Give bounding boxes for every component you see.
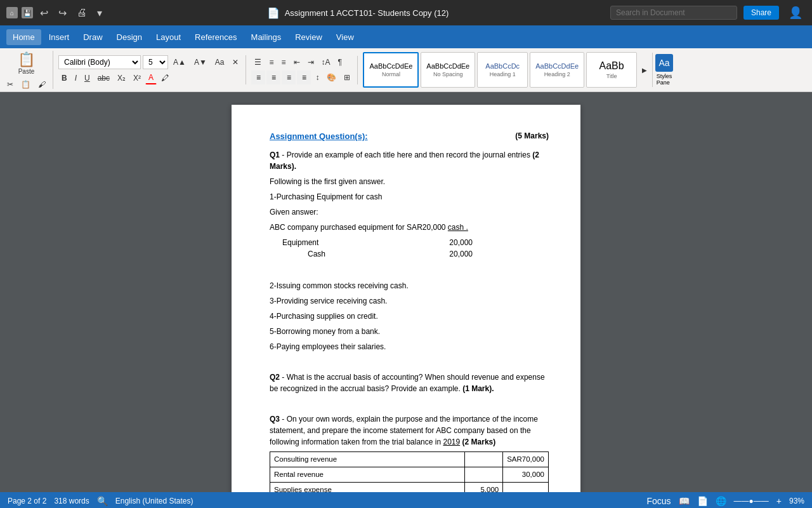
font-family-select[interactable]: Calibri (Body): [58, 55, 141, 69]
search-input[interactable]: [610, 6, 737, 20]
bullets-button[interactable]: ☰: [251, 56, 265, 69]
superscript-button[interactable]: X²: [130, 72, 144, 84]
q3-text: Q3 - On your own words, explain the purp…: [270, 413, 549, 448]
style-title[interactable]: AaBb Title: [586, 52, 637, 88]
style-heading2-label: Heading 2: [544, 71, 570, 77]
menu-design[interactable]: Design: [110, 29, 148, 45]
user-icon[interactable]: 👤: [785, 4, 806, 22]
borders-button[interactable]: ⊞: [341, 71, 353, 84]
numbering-button[interactable]: ≡: [266, 56, 277, 69]
decrease-indent-button[interactable]: ⇤: [291, 56, 303, 69]
italic-button[interactable]: I: [72, 72, 80, 84]
q1-item1: 1-Purchasing Equipment for cash: [270, 191, 549, 203]
share-button[interactable]: Share: [743, 6, 779, 20]
zoom-in-button[interactable]: +: [776, 496, 782, 506]
subscript-button[interactable]: X₂: [114, 72, 129, 84]
q1-text: Q1 - Provide an example of each title he…: [270, 149, 549, 172]
clear-format-button[interactable]: ✕: [229, 56, 242, 69]
dropdown-btn[interactable]: ▾: [94, 5, 105, 21]
line-spacing-button[interactable]: ↕: [312, 71, 322, 84]
page-indicator: Page 2 of 2: [8, 497, 46, 505]
track-changes-button[interactable]: 🔍: [97, 496, 108, 506]
cash-amount: 20,000: [449, 248, 473, 260]
cut-button[interactable]: ✂: [4, 78, 16, 91]
save-icon[interactable]: 💾: [22, 7, 33, 18]
undo-button[interactable]: ↩: [37, 5, 51, 21]
menu-home[interactable]: Home: [6, 29, 41, 45]
align-left-button[interactable]: ≡: [251, 70, 265, 84]
highlight-button[interactable]: 🖍: [158, 72, 172, 84]
home-icon[interactable]: ⌂: [6, 7, 18, 18]
assignment-title: Assignment Question(s):: [270, 130, 368, 143]
paste-label: Paste: [18, 68, 35, 75]
assignment-marks: (5 Marks): [515, 130, 549, 143]
equipment-amount: 20,000: [449, 237, 473, 248]
menu-review[interactable]: Review: [289, 29, 329, 45]
zoom-slider-area: ——●——: [734, 497, 769, 505]
journal-entry: Equipment 20,000 Cash 20,000: [270, 237, 549, 260]
font-shrink-button[interactable]: A▼: [191, 56, 210, 69]
web-layout-button[interactable]: 🌐: [716, 496, 726, 506]
multilevel-button[interactable]: ≡: [278, 56, 289, 69]
table-cell-label: Rental revenue: [270, 467, 465, 482]
q1-item3: 3-Providing service receiving cash.: [270, 295, 549, 307]
language-indicator: English (United States): [115, 497, 193, 505]
q2-marks: (1 Mark).: [462, 384, 494, 393]
print-button[interactable]: 🖨: [74, 5, 90, 20]
read-mode-button[interactable]: 📖: [679, 496, 690, 506]
q1-item4: 4-Purchasing supplies on credit.: [270, 311, 549, 322]
shading-button[interactable]: 🎨: [324, 71, 339, 84]
assignment-header: Assignment Question(s): (5 Marks): [270, 130, 549, 143]
zoom-level: 93%: [789, 497, 804, 505]
clipboard-section: 📋 Paste ✂ 📋 🖌: [4, 51, 53, 89]
journal-row-equipment: Equipment 20,000: [282, 237, 473, 248]
font-size-select[interactable]: 5 10 11 12: [143, 55, 168, 69]
menu-insert[interactable]: Insert: [43, 29, 76, 45]
style-no-spacing[interactable]: AaBbCcDdEe No Spacing: [421, 52, 475, 88]
journal-row-cash: Cash 20,000: [282, 248, 473, 260]
q3-marks: (2 Marks): [462, 438, 496, 446]
align-right-button[interactable]: ≡: [282, 70, 296, 84]
redo-button[interactable]: ↪: [55, 5, 70, 21]
style-heading1-text: AaBbCcDc: [485, 62, 520, 70]
doc-page: Assignment Question(s): (5 Marks) Q1 - P…: [232, 105, 580, 492]
q1-number: Q1: [270, 150, 280, 159]
styles-pane-button[interactable]: Aa StylesPane: [652, 53, 676, 87]
align-center-button[interactable]: ≡: [266, 70, 280, 84]
change-case-button[interactable]: Aa: [212, 56, 228, 69]
style-normal[interactable]: AaBbCcDdEe Normal: [363, 52, 419, 88]
table-cell-amt2: 30,000: [503, 467, 549, 482]
show-hide-button[interactable]: ¶: [335, 56, 345, 69]
print-layout-button[interactable]: 📄: [697, 496, 708, 506]
menu-draw[interactable]: Draw: [77, 29, 108, 45]
bold-button[interactable]: B: [58, 72, 70, 84]
styles-expand-button[interactable]: ▶: [639, 65, 650, 76]
align-justify-button[interactable]: ≡: [297, 70, 311, 84]
font-grow-button[interactable]: A▲: [170, 56, 189, 69]
abc-body: ABC company purchased equipment for SAR2…: [270, 223, 446, 232]
underline-button[interactable]: U: [81, 72, 93, 84]
menu-view[interactable]: View: [330, 29, 360, 45]
table-row: Rental revenue 30,000: [270, 467, 549, 482]
q2-number: Q2: [270, 373, 280, 382]
styles-pane-icon: Aa: [655, 54, 673, 72]
style-normal-label: Normal: [382, 71, 400, 77]
styles-pane-label: StylesPane: [657, 73, 672, 86]
copy-button[interactable]: 📋: [18, 78, 34, 91]
toolbar: 📋 Paste ✂ 📋 🖌 Calibri (Body) 5 10 11 12 …: [0, 48, 812, 92]
style-heading1[interactable]: AaBbCcDc Heading 1: [477, 52, 528, 88]
menu-mailings[interactable]: Mailings: [245, 29, 288, 45]
font-row2: B I U abc X₂ X² A 🖍: [58, 71, 242, 84]
menu-layout[interactable]: Layout: [150, 29, 187, 45]
strikethrough-button[interactable]: abc: [95, 72, 113, 84]
focus-button[interactable]: Focus: [646, 496, 671, 506]
format-painter-button[interactable]: 🖌: [35, 78, 49, 91]
increase-indent-button[interactable]: ⇥: [304, 56, 317, 69]
para-row2: ≡ ≡ ≡ ≡ ↕ 🎨 ⊞: [251, 70, 353, 84]
menu-references[interactable]: References: [188, 29, 243, 45]
font-color-button[interactable]: A: [145, 71, 157, 84]
sort-button[interactable]: ↕A: [318, 56, 334, 69]
paste-button[interactable]: 📋 Paste: [13, 50, 39, 77]
style-heading2[interactable]: AaBbCcDdEe Heading 2: [530, 52, 584, 88]
q2-text: Q2 - What is the accrual basis of accoun…: [270, 371, 549, 394]
